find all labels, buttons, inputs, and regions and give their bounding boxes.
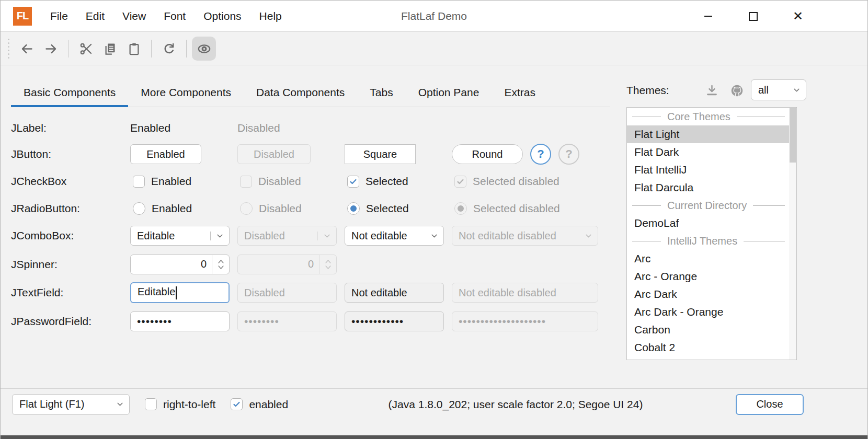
menu-view[interactable]: View	[113, 1, 155, 32]
chevron-up-icon	[324, 259, 332, 264]
theme-item-flat-dark[interactable]: Flat Dark	[627, 143, 789, 161]
text-caret	[176, 286, 177, 299]
chevron-up-icon	[217, 259, 225, 264]
theme-item-flat-light[interactable]: Flat Light	[627, 125, 789, 143]
checkbox-enabled[interactable]: Enabled	[130, 175, 237, 188]
close-window-button[interactable]: ✕	[775, 1, 820, 32]
right-to-left-checkbox[interactable]: right-to-left	[142, 398, 215, 411]
row-label: JPasswordField:	[11, 315, 130, 328]
tab-more-components[interactable]: More Components	[128, 78, 244, 107]
lookandfeel-combobox[interactable]: Flat Light (F1)	[12, 394, 130, 415]
spinner-buttons[interactable]	[212, 255, 229, 274]
checkbox-label: right-to-left	[163, 398, 215, 411]
status-text: (Java 1.8.0_202; user scale factor 2.0; …	[382, 398, 649, 411]
themes-scrollbar-thumb[interactable]	[790, 108, 796, 163]
radio-selected-icon	[347, 202, 360, 215]
passwordfield-disabled: ••••••••	[237, 311, 337, 331]
menu-edit[interactable]: Edit	[77, 1, 113, 32]
theme-item-arc-dark-orange[interactable]: Arc Dark - Orange	[627, 303, 789, 321]
enabled-button[interactable]: Enabled	[130, 144, 201, 164]
radio-icon	[240, 202, 253, 215]
menu-font[interactable]: Font	[155, 1, 195, 32]
theme-filter-combobox[interactable]: all	[751, 79, 806, 100]
theme-item-cyan-light[interactable]: Cyan light	[627, 356, 789, 360]
refresh-button[interactable]	[157, 37, 181, 61]
maximize-button[interactable]	[730, 1, 775, 32]
theme-item-carbon[interactable]: Carbon	[627, 321, 789, 339]
checkbox-selected[interactable]: Selected	[345, 175, 452, 188]
checkbox-checked-icon	[231, 398, 243, 410]
tab-tabs[interactable]: Tabs	[357, 78, 405, 107]
passwordfield-not-editable[interactable]: ••••••••••••	[345, 311, 444, 331]
theme-item-arc-orange[interactable]: Arc - Orange	[627, 268, 789, 285]
radio-enabled[interactable]: Enabled	[130, 202, 237, 215]
menu-options[interactable]: Options	[195, 1, 250, 32]
square-button[interactable]: Square	[345, 144, 416, 164]
theme-item-arc[interactable]: Arc	[627, 250, 789, 268]
combobox-editable[interactable]: Editable	[130, 226, 230, 246]
spinner-enabled[interactable]: 0	[130, 255, 230, 274]
textfield-value: Disabled	[238, 287, 336, 299]
checkbox-icon	[240, 176, 252, 188]
tab-basic-components[interactable]: Basic Components	[11, 78, 128, 107]
checkbox-checked-icon	[347, 176, 359, 188]
copy-button[interactable]	[98, 37, 122, 61]
themes-label: Themes:	[626, 84, 669, 97]
help-button[interactable]: ?	[530, 144, 551, 165]
paste-button[interactable]	[122, 37, 146, 61]
cut-button[interactable]	[74, 37, 98, 61]
radio-label: Enabled	[152, 202, 192, 215]
menu-file[interactable]: File	[41, 1, 77, 32]
textfield-value: Not editable disabled	[452, 287, 598, 299]
radio-selected[interactable]: Selected	[345, 202, 452, 215]
chevron-down-icon[interactable]	[210, 232, 229, 240]
enabled-checkbox[interactable]: enabled	[228, 398, 288, 411]
row-label: JButton:	[11, 148, 130, 160]
round-button[interactable]: Round	[452, 144, 523, 164]
passwordfield-enabled[interactable]: ••••••••	[130, 311, 230, 331]
tab-bar: Basic Components More Components Data Co…	[11, 78, 610, 107]
toolbar-grip-handle[interactable]	[8, 39, 9, 59]
theme-item-cobalt-2[interactable]: Cobalt 2	[627, 339, 789, 356]
combobox-value: Editable	[131, 230, 210, 242]
checkbox-label: Selected disabled	[473, 175, 559, 188]
theme-item-flat-intellij[interactable]: Flat IntelliJ	[627, 161, 789, 179]
back-button[interactable]	[15, 37, 39, 61]
theme-item-flat-darcula[interactable]: Flat Darcula	[627, 179, 789, 197]
show-toggle-button[interactable]	[192, 37, 216, 61]
jpasswordfield-row: JPasswordField: •••••••• •••••••• ••••••…	[11, 307, 612, 336]
theme-item-arc-dark[interactable]: Arc Dark	[627, 285, 789, 303]
radio-disabled: Disabled	[237, 202, 345, 215]
tab-extras[interactable]: Extras	[492, 78, 548, 107]
lookandfeel-value: Flat Light (F1)	[13, 398, 110, 410]
checkbox-icon	[133, 176, 145, 188]
textfield-value: Editable	[131, 286, 229, 299]
eye-icon	[197, 42, 211, 56]
jtextfield-row: JTextField: Editable Disabled Not editab…	[11, 279, 612, 307]
textfield-disabled: Disabled	[237, 283, 337, 303]
copy-icon	[103, 42, 117, 56]
theme-group-separator: Core Themes	[627, 108, 789, 125]
chevron-down-icon[interactable]	[425, 232, 443, 240]
checkbox-checked-icon	[454, 176, 466, 188]
minimize-button[interactable]	[686, 1, 730, 32]
combobox-not-editable[interactable]: Not editable	[345, 226, 444, 246]
tab-option-pane[interactable]: Option Pane	[406, 78, 492, 107]
checkbox-disabled: Disabled	[237, 175, 345, 188]
paste-icon	[127, 42, 141, 56]
forward-button[interactable]	[39, 37, 63, 61]
title-bar: FL File Edit View Font Options Help Flat…	[1, 1, 867, 32]
menu-help[interactable]: Help	[250, 1, 291, 32]
tab-data-components[interactable]: Data Components	[244, 78, 357, 107]
github-button[interactable]	[727, 80, 748, 101]
textfield-not-editable-disabled: Not editable disabled	[452, 283, 598, 303]
row-label: JCheckBox	[11, 175, 130, 188]
close-button[interactable]: Close	[736, 394, 804, 415]
textfield-not-editable[interactable]: Not editable	[345, 283, 444, 303]
textfield-editable[interactable]: Editable	[130, 282, 230, 303]
menu-bar: File Edit View Font Options Help	[41, 1, 291, 32]
theme-item-demolaf[interactable]: DemoLaf	[627, 214, 789, 232]
spinner-value[interactable]: 0	[131, 258, 212, 270]
themes-scrollbar[interactable]	[789, 108, 796, 360]
download-themes-button[interactable]	[702, 80, 723, 101]
